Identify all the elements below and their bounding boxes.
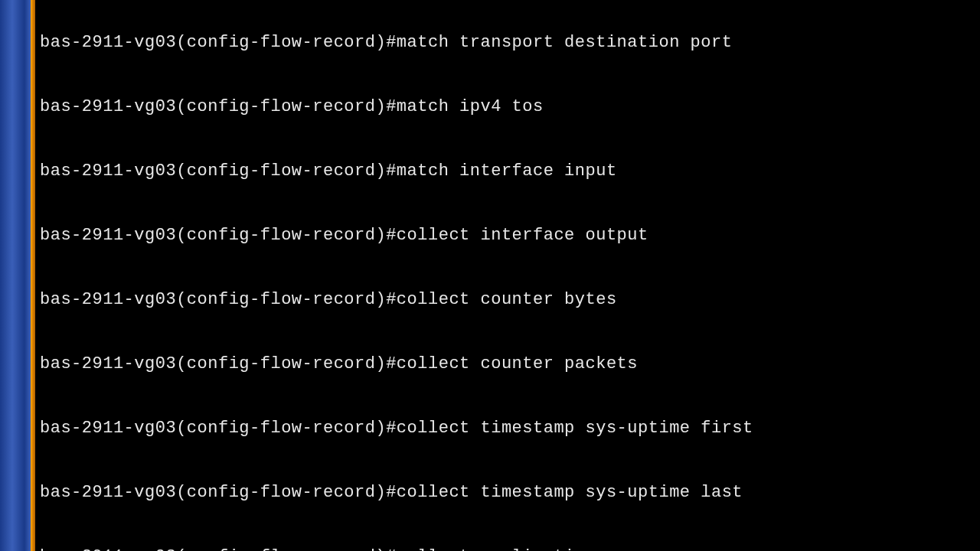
terminal-line: bas-2911-vg03(config-flow-record)#match … <box>40 32 975 54</box>
terminal-output[interactable]: bas-2911-vg03(config-flow-record)#match … <box>35 0 980 551</box>
terminal-line: bas-2911-vg03(config-flow-record)#collec… <box>40 289 975 311</box>
terminal-line: bas-2911-vg03(config-flow-record)#collec… <box>40 482 975 504</box>
terminal-line: bas-2911-vg03(config-flow-record)#collec… <box>40 225 975 246</box>
terminal-line: bas-2911-vg03(config-flow-record)#collec… <box>40 546 975 551</box>
terminal-line: bas-2911-vg03(config-flow-record)#match … <box>40 96 975 118</box>
terminal-line: bas-2911-vg03(config-flow-record)#collec… <box>40 354 975 375</box>
terminal-line: bas-2911-vg03(config-flow-record)#match … <box>40 161 975 182</box>
desktop-background-strip <box>0 0 31 551</box>
terminal-line: bas-2911-vg03(config-flow-record)#collec… <box>40 418 975 439</box>
